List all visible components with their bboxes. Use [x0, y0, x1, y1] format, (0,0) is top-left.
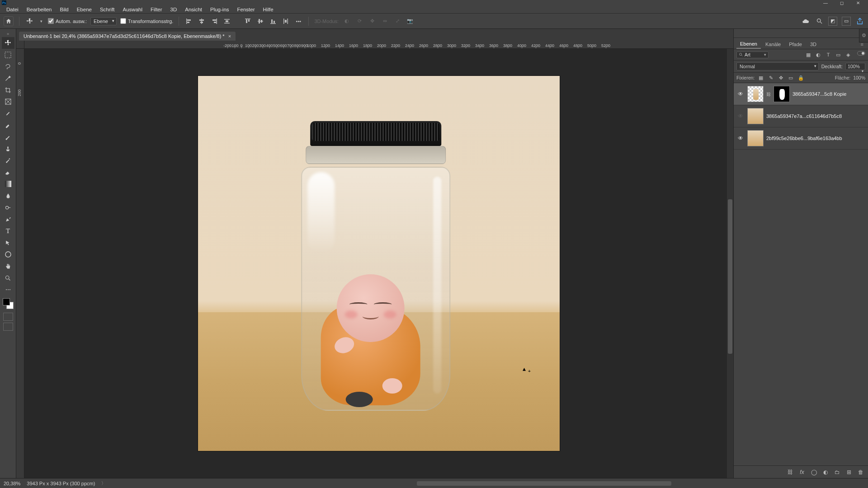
menu-3d[interactable]: 3D — [167, 6, 181, 13]
vertical-scrollbar[interactable] — [727, 49, 733, 478]
filter-type-icon[interactable]: T — [825, 51, 832, 58]
new-group-icon[interactable]: 🗀 — [834, 469, 841, 476]
menu-hilfe[interactable]: Hilfe — [259, 6, 277, 13]
foreground-color[interactable] — [3, 298, 10, 305]
crop-tool[interactable] — [2, 84, 14, 96]
lasso-tool[interactable] — [2, 61, 14, 72]
opacity-value[interactable]: 100% — [845, 63, 865, 70]
color-swatches[interactable] — [3, 298, 14, 309]
collapsed-panel-dock[interactable]: ⚙ — [859, 29, 868, 42]
magic-wand-tool[interactable] — [2, 72, 14, 84]
layer-thumbnail[interactable] — [747, 86, 764, 102]
collapsed-panel-strip[interactable]: « — [734, 29, 868, 38]
layer-name[interactable]: 3865a59347e7a...c611646d7b5c8 — [766, 113, 865, 119]
align-right-icon[interactable] — [210, 17, 219, 26]
menu-plugins[interactable]: Plug-ins — [207, 6, 233, 13]
toolbox-collapse[interactable]: » — [2, 31, 14, 37]
eyedropper-tool[interactable] — [2, 108, 14, 119]
layer-visibility-icon[interactable]: 👁 — [736, 91, 745, 97]
adjustment-layer-icon[interactable]: ◐ — [822, 469, 829, 476]
layer-row[interactable]: 👁 ⛓ 3865a59347...5c8 Kopie — [734, 83, 868, 105]
close-tab-icon[interactable]: × — [228, 33, 231, 39]
workspace-switcher[interactable]: ◩ — [828, 17, 837, 26]
menu-ansicht[interactable]: Ansicht — [181, 6, 206, 13]
eraser-tool[interactable] — [2, 166, 14, 178]
filter-smartobject-icon[interactable]: ◈ — [844, 51, 852, 58]
menu-bild[interactable]: Bild — [56, 6, 72, 13]
lock-pixels-icon[interactable]: ✎ — [767, 74, 774, 81]
fill-value[interactable]: 100% — [853, 75, 865, 80]
tab-3d[interactable]: 3D — [807, 40, 820, 48]
status-menu-chevron[interactable]: 〉 — [101, 480, 106, 487]
lock-artboard-icon[interactable]: ▭ — [787, 74, 794, 81]
menu-datei[interactable]: Datei — [3, 6, 22, 13]
menu-fenster[interactable]: Fenster — [234, 6, 259, 13]
history-brush-tool[interactable] — [2, 155, 14, 166]
tab-ebenen[interactable]: Ebenen — [736, 40, 761, 49]
layer-row[interactable]: 👁 3865a59347e7a...c611646d7b5c8 — [734, 105, 868, 127]
tab-kanaele[interactable]: Kanäle — [762, 40, 784, 48]
auto-select-checkbox[interactable]: Autom. ausw.: — [48, 18, 87, 24]
minimize-button[interactable]: — — [817, 0, 834, 5]
dodge-tool[interactable] — [2, 202, 14, 213]
marquee-tool[interactable] — [2, 49, 14, 61]
lock-position-icon[interactable]: ✥ — [777, 74, 784, 81]
blend-mode-dropdown[interactable]: Normal — [736, 62, 819, 70]
mask-link-icon[interactable]: ⛓ — [766, 92, 771, 97]
layer-thumbnail[interactable] — [747, 108, 764, 124]
blur-tool[interactable] — [2, 190, 14, 202]
align-center-v-icon[interactable] — [256, 17, 265, 26]
pen-tool[interactable] — [2, 213, 14, 225]
filter-toggle[interactable] — [857, 51, 865, 56]
new-layer-icon[interactable]: ⊞ — [845, 469, 853, 476]
align-center-h-icon[interactable] — [197, 17, 206, 26]
screen-mode[interactable] — [3, 323, 13, 331]
filter-shape-icon[interactable]: ▭ — [835, 51, 842, 58]
layer-fx-icon[interactable]: fx — [798, 469, 806, 476]
home-button[interactable] — [4, 16, 14, 26]
menu-auswahl[interactable]: Auswahl — [119, 6, 146, 13]
add-mask-icon[interactable]: ◯ — [810, 469, 817, 476]
horizontal-ruler[interactable]: -200-10001002003004005006007008009001000… — [24, 41, 733, 49]
filter-pixel-icon[interactable]: ▦ — [805, 51, 812, 58]
healing-brush-tool[interactable] — [2, 119, 14, 131]
transform-controls-checkbox[interactable]: Transformationsstrg. — [120, 18, 173, 24]
align-top-icon[interactable] — [243, 17, 252, 26]
auto-select-target-dropdown[interactable]: Ebene — [90, 17, 117, 25]
layer-filter-type[interactable]: ▾ — [736, 52, 769, 58]
share-button[interactable] — [855, 17, 864, 26]
brush-tool[interactable] — [2, 131, 14, 143]
menu-ebene[interactable]: Ebene — [73, 6, 95, 13]
cloud-docs-icon[interactable] — [801, 17, 810, 26]
canvas[interactable] — [24, 49, 733, 478]
distribute-h-icon[interactable] — [222, 17, 231, 26]
type-tool[interactable]: T — [2, 225, 14, 237]
tab-pfade[interactable]: Pfade — [785, 40, 806, 48]
gradient-tool[interactable] — [2, 178, 14, 190]
close-button[interactable]: ✕ — [850, 0, 866, 5]
frame-tool[interactable] — [2, 96, 14, 108]
layer-mask-thumbnail[interactable] — [774, 86, 790, 102]
align-bottom-icon[interactable] — [269, 17, 278, 26]
ruler-origin[interactable] — [16, 41, 24, 49]
zoom-level[interactable]: 20,38% — [4, 481, 20, 486]
clone-stamp-tool[interactable] — [2, 143, 14, 155]
menu-bearbeiten[interactable]: Bearbeiten — [23, 6, 56, 13]
tool-preset-dropdown[interactable]: ▾ — [38, 19, 44, 23]
lock-transparency-icon[interactable]: ▦ — [757, 74, 764, 81]
quick-mask-mode[interactable] — [3, 313, 13, 321]
layer-name[interactable]: 3865a59347...5c8 Kopie — [793, 91, 865, 97]
move-tool[interactable] — [2, 37, 14, 49]
layer-thumbnail[interactable] — [747, 130, 764, 146]
lock-all-icon[interactable]: 🔒 — [797, 74, 804, 81]
distribute-v-icon[interactable] — [281, 17, 290, 26]
horizontal-scrollbar[interactable] — [118, 479, 866, 488]
vertical-ruler[interactable]: 0 200 — [16, 49, 24, 478]
layer-filter-input[interactable] — [745, 52, 763, 57]
document-dimensions[interactable]: 3943 Px x 3943 Px (300 ppcm) — [27, 481, 95, 486]
search-icon[interactable] — [815, 17, 824, 26]
delete-layer-icon[interactable]: 🗑 — [857, 469, 864, 476]
filter-adjustment-icon[interactable]: ◐ — [815, 51, 822, 58]
layer-visibility-icon[interactable]: 👁 — [736, 135, 745, 141]
more-align-icon[interactable]: ••• — [294, 17, 303, 26]
